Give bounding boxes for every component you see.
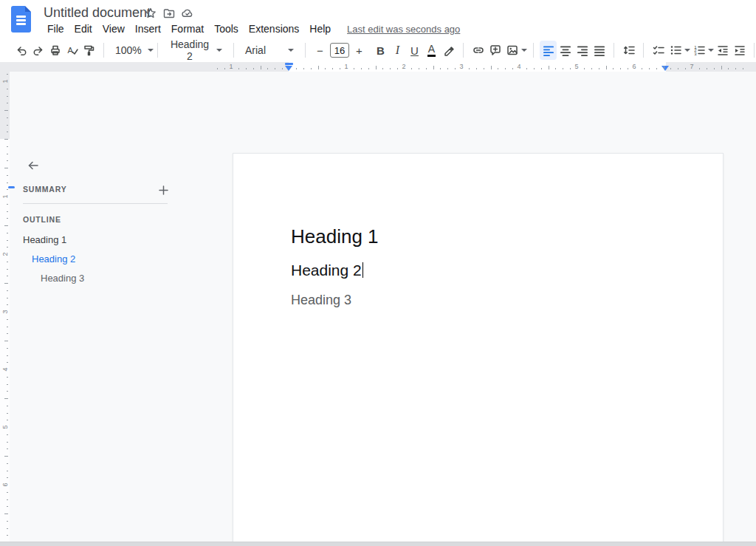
increase-indent-button[interactable] (731, 41, 748, 60)
ruler-number: 4 (518, 63, 521, 70)
google-docs-logo-icon[interactable] (11, 6, 31, 33)
close-outline-button[interactable] (18, 151, 48, 180)
redo-button[interactable] (30, 41, 47, 60)
align-left-button[interactable] (540, 41, 557, 60)
horizontal-ruler: 11234567 (0, 62, 756, 72)
left-indent-marker[interactable] (285, 66, 292, 71)
chevron-down-icon (216, 49, 222, 52)
increase-font-size-button[interactable]: + (351, 41, 368, 60)
font-family-value: Arial (245, 44, 266, 56)
document-status-cloud-icon[interactable] (181, 7, 194, 20)
menu-bar: File Edit View Insert Format Tools Exten… (42, 21, 463, 36)
decrease-font-size-button[interactable]: − (312, 41, 329, 60)
ruler-number: 5 (575, 63, 579, 70)
chevron-down-icon (148, 49, 154, 52)
ruler-number: 1 (230, 63, 233, 70)
doc-heading-2[interactable]: Heading 2 (291, 262, 363, 279)
bulleted-list-button[interactable] (667, 41, 684, 60)
ruler-number: 3 (1, 307, 9, 316)
document-page[interactable]: Heading 1 Heading 2 Heading 3 (233, 153, 724, 546)
add-comment-button[interactable] (487, 41, 504, 60)
align-justify-button[interactable] (591, 41, 608, 60)
insert-image-button[interactable] (504, 41, 520, 60)
svg-text:3: 3 (694, 52, 697, 56)
ruler-number: 6 (633, 63, 636, 70)
right-indent-marker[interactable] (662, 66, 669, 71)
font-family-select[interactable]: Arial (240, 41, 299, 60)
outline-label: OUTLINE (23, 215, 61, 224)
outline-item-heading-3[interactable]: Heading 3 (38, 271, 87, 285)
menu-help[interactable]: Help (304, 21, 336, 36)
svg-text:A: A (67, 46, 73, 55)
print-button[interactable] (47, 41, 63, 60)
underline-button[interactable]: U (406, 41, 423, 60)
outline-panel: SUMMARY OUTLINE Heading 1 Heading 2 Head… (10, 72, 231, 542)
ruler-number: 7 (690, 63, 694, 70)
ruler-number: 1 (1, 77, 9, 86)
menu-format[interactable]: Format (166, 21, 209, 36)
align-center-button[interactable] (557, 41, 574, 60)
horizontal-scrollbar[interactable] (0, 542, 756, 546)
chevron-down-icon[interactable] (521, 49, 527, 52)
paint-format-button[interactable] (80, 41, 97, 60)
add-summary-button[interactable] (153, 180, 173, 200)
move-to-folder-icon[interactable] (162, 7, 176, 20)
line-spacing-button[interactable] (620, 41, 637, 60)
spellcheck-button[interactable]: A (63, 41, 80, 60)
menu-insert[interactable]: Insert (130, 21, 166, 36)
doc-heading-1[interactable]: Heading 1 (291, 225, 379, 248)
paragraph-style-value: Heading 2 (169, 38, 210, 62)
chevron-down-icon[interactable] (708, 49, 714, 52)
zoom-select[interactable]: 100% (110, 41, 151, 60)
ruler-number: 1 (345, 63, 348, 70)
text-color-button[interactable]: A (423, 41, 440, 60)
menu-tools[interactable]: Tools (209, 21, 244, 36)
toolbar: A 100% Heading 2 Arial − 16 + B I U A (0, 38, 756, 62)
bold-button[interactable]: B (372, 41, 389, 60)
insert-link-button[interactable] (470, 41, 487, 60)
chevron-down-icon (288, 49, 294, 52)
first-line-indent-marker[interactable] (285, 63, 293, 65)
menu-view[interactable]: View (97, 21, 130, 36)
ruler-number: 5 (1, 423, 9, 431)
chevron-down-icon[interactable] (684, 49, 690, 52)
document-title[interactable]: Untitled document (44, 5, 151, 21)
text-cursor (362, 262, 364, 278)
menu-extensions[interactable]: Extensions (244, 21, 304, 36)
divider (23, 203, 168, 204)
outline-item-heading-1[interactable]: Heading 1 (20, 233, 69, 247)
align-right-button[interactable] (574, 41, 591, 60)
ruler-number: 3 (460, 63, 464, 70)
star-icon[interactable] (144, 7, 157, 20)
decrease-indent-button[interactable] (714, 41, 731, 60)
zoom-value: 100% (115, 44, 142, 56)
ruler-number: 2 (1, 250, 9, 259)
undo-button[interactable] (13, 41, 30, 60)
paragraph-style-select[interactable]: Heading 2 (164, 41, 227, 60)
vertical-ruler: 1123456 (0, 72, 10, 542)
numbered-list-button[interactable]: 123 (690, 41, 707, 60)
italic-button[interactable]: I (389, 41, 406, 60)
highlight-color-button[interactable] (440, 41, 457, 60)
ruler-number: 2 (402, 63, 406, 70)
ruler-number: 1 (1, 192, 9, 201)
checklist-button[interactable] (650, 41, 667, 60)
outline-active-indicator (8, 186, 15, 188)
ruler-number: 6 (1, 480, 9, 489)
menu-file[interactable]: File (42, 21, 69, 36)
outline-item-heading-2[interactable]: Heading 2 (29, 252, 78, 266)
font-size-input[interactable]: 16 (330, 43, 349, 58)
ruler-number: 4 (1, 365, 9, 374)
last-edit-link[interactable]: Last edit was seconds ago (344, 22, 463, 36)
title-bar: Untitled document File Edit View Insert … (0, 0, 756, 38)
doc-heading-3[interactable]: Heading 3 (291, 293, 351, 308)
menu-edit[interactable]: Edit (69, 21, 97, 36)
summary-label: SUMMARY (23, 185, 66, 194)
